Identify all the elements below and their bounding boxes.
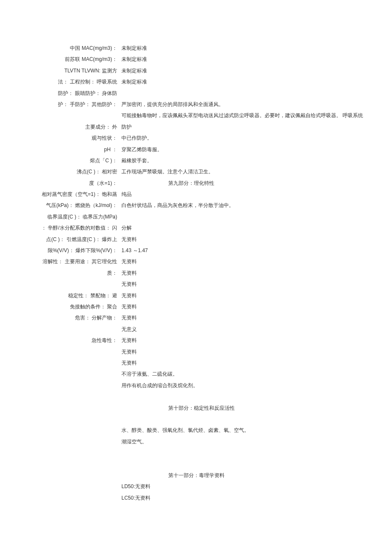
val-ignition-temp: 无资料 bbox=[121, 335, 364, 346]
label-other-props: 质： bbox=[43, 267, 117, 279]
label-vapor-density: 相对蒸气密度（空气=1)： 饱和蒸 bbox=[26, 189, 117, 200]
val-respiratory: 可能接触毒物时，应该佩戴头罩型电动送风过滤式防尘呼吸器。必要时，建议佩戴自给式呼… bbox=[121, 110, 364, 132]
val-explosion-upper: 无资料 bbox=[121, 346, 364, 357]
labels-column: 中国 MAC(mg/m3)： 前苏联 MAC(mg/m3)： TLVTN TLV… bbox=[43, 43, 117, 346]
val-explosion-lower: 无资料 bbox=[121, 357, 364, 368]
label-boiling-point: 沸点(C )： 相对密 bbox=[43, 166, 117, 177]
label-vapor-pressure: 气压(kPa)： 燃烧热（kJ/mol)： bbox=[26, 200, 117, 211]
label-flash-point: 点(C )： 引燃温度(C )： 爆炸上 bbox=[26, 234, 117, 245]
label-acute-toxicity: 急性毒性： bbox=[43, 335, 117, 346]
val-lc50: LC50:无资料 bbox=[121, 492, 364, 503]
val-ld50: LD50:无资料 bbox=[121, 481, 364, 492]
val-avoid-condition: 潮湿空气。 bbox=[121, 436, 364, 447]
val-tlvwn: 未制定标准 bbox=[121, 76, 364, 87]
val-boiling: 无资料 bbox=[121, 234, 364, 245]
label-partition-coef: ： 辛醇/水分配系数的对数值： 闪 bbox=[26, 222, 117, 233]
val-china-mac: 未制定标准 bbox=[121, 43, 364, 54]
label-solubility: 溶解性： 主要用途： 其它理化性 bbox=[26, 256, 117, 267]
label-tlv: TLVTN TLVWN: 监测方 bbox=[43, 65, 117, 76]
val-tlvtn: 未制定标准 bbox=[121, 65, 364, 76]
label-main-components: 主要成分： 外 bbox=[43, 121, 117, 132]
val-hand-protection: 戴橡胶手套。 bbox=[121, 155, 364, 166]
label-china-mac: 中国 MAC(mg/m3)： bbox=[43, 43, 117, 54]
label-ussr-mac: 前苏联 MAC(mg/m3)： bbox=[43, 54, 117, 65]
values-column: 未制定标准 未制定标准 未制定标准 未制定标准 严加密闭，提供充分的局部排风和全… bbox=[121, 43, 364, 503]
val-combustion-heat: 无资料 bbox=[121, 279, 364, 290]
val-melting: 分解 bbox=[121, 222, 364, 233]
val-density: 1.43 ～1.47 bbox=[121, 245, 364, 256]
document-body: 中国 MAC(mg/m3)： 前苏联 MAC(mg/m3)： TLVTN TLV… bbox=[26, 43, 366, 537]
section-10-header: 第十部分：稳定性和反应活性 bbox=[121, 403, 364, 414]
val-flash-point: 无意义 bbox=[121, 324, 364, 335]
val-critical-temp: 无资料 bbox=[121, 290, 364, 301]
label-protection-1: 防护： 眼睛防护： 身体防 bbox=[43, 88, 117, 99]
label-melting-point: 熔点「C )： bbox=[43, 155, 117, 166]
section-11-header: 第十一部分：毒理学资料 bbox=[121, 470, 364, 481]
label-explosion-limit: 限%(V/V)： 爆炸下限%(V/V)： bbox=[26, 245, 117, 256]
val-critical-pressure: 无资料 bbox=[121, 301, 364, 312]
label-critical-temp: 临界温度(C )： 临界压力(MPa) bbox=[26, 211, 117, 222]
val-main-use: 用作有机合成的缩合剂及烷化剂。 bbox=[121, 380, 364, 391]
val-vapor-pressure: 无资料 bbox=[121, 267, 364, 279]
val-main-components: 纯品 bbox=[121, 189, 364, 200]
val-eye-protection: 中已作防护。 bbox=[121, 132, 364, 144]
label-relative-density: 度（水=1)： bbox=[43, 178, 117, 189]
val-appearance: 白色针状结晶，商品为灰色粉末，半分散于油中。 bbox=[121, 200, 364, 211]
label-stability: 稳定性： 禁配物： 避 bbox=[43, 290, 117, 301]
val-incompatible: 水、醇类、酸类、强氧化剂、氯代烃、卤素、氧、空气。 bbox=[121, 425, 364, 436]
section-9-header: 第九部分：理化特性 bbox=[121, 178, 364, 189]
val-other-protection: 工作现场严禁吸烟。注意个人清洁卫生。 bbox=[121, 166, 364, 177]
label-appearance: 观与性状： bbox=[43, 132, 117, 144]
val-solubility: 不溶于液氨、二硫化碳。 bbox=[121, 368, 364, 380]
label-avoid: 免接触的条件： 聚合 bbox=[43, 301, 117, 312]
val-partition-coef: 无资料 bbox=[121, 312, 364, 323]
val-ussr-mac: 未制定标准 bbox=[121, 54, 364, 65]
label-eng-control: 法： 工程控制： 呼吸系统 bbox=[43, 76, 117, 87]
val-eng-control: 严加密闭，提供充分的局部排风和全面通风。 bbox=[121, 99, 364, 110]
label-protection-2: 护： 手防护： 其他防护： bbox=[43, 99, 117, 110]
val-vapor-density: 无资料 bbox=[121, 256, 364, 267]
val-body-protection: 穿聚乙烯防毒服。 bbox=[121, 144, 364, 155]
label-hazard-decomp: 危害： 分解产物： bbox=[43, 312, 117, 323]
label-ph: pH ： bbox=[43, 144, 117, 155]
